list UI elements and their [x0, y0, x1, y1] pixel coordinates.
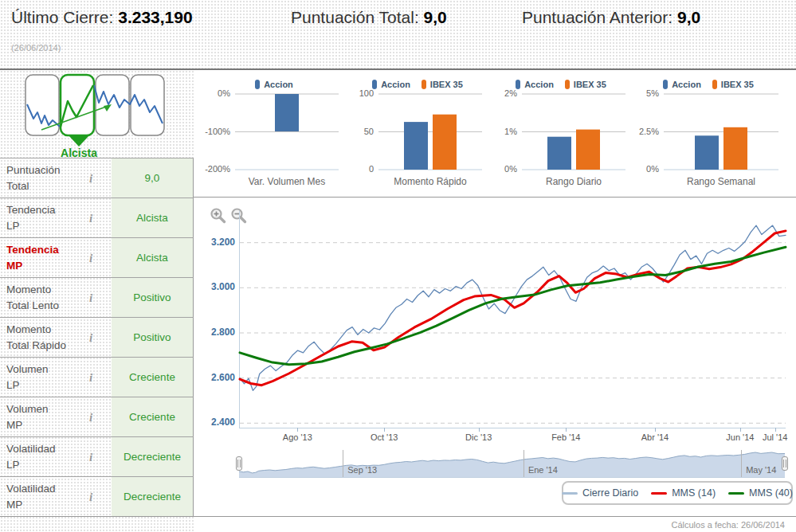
legend-marker: [712, 80, 717, 89]
bar-ibex-35[interactable]: [433, 115, 457, 170]
indicator-value: Creciente: [112, 358, 194, 397]
row-volumen-mp: VolumenMP i Creciente: [0, 397, 194, 436]
trend-cell-1: [25, 75, 59, 135]
indicator-value: Decreciente: [112, 437, 194, 476]
info-icon[interactable]: i: [89, 251, 92, 264]
axis-tick-label: 0%: [632, 164, 659, 174]
legend-item-mms-14[interactable]: MMS (14): [651, 487, 716, 499]
legend-label: Accion: [381, 80, 410, 89]
indicator-table: PuntuaciónTotal i 9,0 TendenciaLP i Alci…: [0, 158, 194, 516]
indicator-value: Alcista: [112, 238, 194, 277]
legend-item[interactable]: Accion: [255, 80, 293, 89]
sidebar: Alcista PuntuaciónTotal i 9,0 TendenciaL…: [0, 70, 194, 532]
mini-chart-momento-rapido: AccionIBEX 35100500Momento Rápido: [347, 70, 488, 191]
zoom-in-button[interactable]: [210, 207, 227, 225]
info-icon[interactable]: i: [89, 370, 92, 384]
legend-item[interactable]: IBEX 35: [712, 80, 754, 89]
legend-item-cierre-diario[interactable]: Cierre Diario: [562, 487, 638, 499]
range-navigator[interactable]: Sep '13Ene '14May '14: [239, 450, 785, 478]
legend-marker: [663, 80, 668, 89]
trend-label: Alcista: [61, 147, 97, 158]
series-cierre-diario[interactable]: [240, 225, 786, 390]
trend-pointer: [69, 135, 89, 147]
y-axis-label: 2.600: [195, 372, 235, 383]
info-icon[interactable]: i: [89, 171, 92, 185]
bar-accion[interactable]: [547, 137, 571, 170]
axis-tick-label: 5%: [632, 88, 659, 98]
y-axis-label: 3.000: [195, 281, 235, 292]
last-close-label: Último Cierre:: [11, 8, 113, 26]
x-axis-label: Jun '14: [726, 432, 754, 442]
info-icon[interactable]: i: [89, 490, 92, 503]
x-axis-tick: [566, 428, 567, 432]
navigator-gridline: [523, 450, 524, 477]
info-icon[interactable]: i: [89, 291, 92, 304]
x-axis-label: Ago '13: [283, 432, 312, 442]
x-axis-tick: [479, 428, 480, 432]
mini-chart-plot: 100500: [347, 94, 488, 170]
info-icon[interactable]: i: [89, 211, 92, 225]
indicator-value: Positivo: [112, 278, 194, 317]
row-volatilidad-lp: VolatilidadLP i Decreciente: [0, 436, 194, 476]
navigator-left-handle[interactable]: [236, 456, 242, 471]
bar-accion[interactable]: [275, 94, 299, 131]
axis-tick-label: 50: [347, 127, 374, 136]
legend-item[interactable]: Accion: [372, 80, 410, 89]
navigator-right-handle[interactable]: [782, 456, 788, 471]
legend-label: IBEX 35: [574, 80, 606, 89]
info-icon[interactable]: i: [89, 331, 92, 344]
x-axis-tick: [297, 428, 298, 432]
legend-item[interactable]: IBEX 35: [565, 80, 606, 89]
legend-marker: [255, 80, 260, 89]
row-label: VolumenMP: [6, 401, 49, 433]
info-icon[interactable]: i: [89, 450, 92, 464]
last-close: Último Cierre: 3.233,190: [11, 8, 193, 27]
indicator-value: Creciente: [112, 397, 194, 436]
bar-accion[interactable]: [404, 122, 428, 170]
mini-chart-title: Momento Rápido: [378, 176, 482, 187]
legend-item-mms-40[interactable]: MMS (40): [728, 487, 793, 499]
row-momento-total-lento: MomentoTotal Lento i Positivo: [0, 277, 194, 317]
bar-ibex-35[interactable]: [723, 127, 747, 170]
mini-chart-var-volumen-mes: Accion0%-100%-200%Var. Volumen Mes: [203, 70, 345, 191]
bar-accion[interactable]: [695, 135, 719, 170]
navigator-area[interactable]: [239, 452, 785, 477]
legend-marker: [422, 80, 426, 89]
score-previous-label: Puntuación Anterior:: [522, 8, 672, 26]
legend-line-swatch: [562, 492, 578, 495]
price-plot-area[interactable]: [239, 211, 786, 428]
navigator-gridline: [741, 450, 742, 477]
navigator-label: May '14: [746, 465, 776, 475]
legend-item[interactable]: Accion: [663, 80, 701, 89]
row-label: PuntuaciónTotal: [6, 162, 61, 194]
calculation-date: Cálculos a fecha: 26/06/2014: [672, 520, 786, 530]
indicator-value: Alcista: [112, 198, 194, 237]
axis-tick-label: 2.5%: [632, 127, 659, 136]
axis-tick-label: 0: [347, 164, 374, 174]
score-previous-value: 9,0: [677, 8, 700, 26]
row-momento-total-rapido: MomentoTotal Rápido i Positivo: [0, 317, 194, 357]
score-total-label: Puntuación Total:: [291, 8, 419, 26]
navigator-label: Ene '14: [528, 465, 558, 475]
trend-cell-3: [96, 75, 129, 135]
legend-item[interactable]: Accion: [516, 80, 554, 89]
y-axis-label: 3.200: [195, 237, 235, 248]
header: Último Cierre: 3.233,190 Puntuación Tota…: [0, 0, 796, 70]
y-axis-label: 2.800: [195, 327, 235, 338]
legend-item[interactable]: IBEX 35: [422, 80, 463, 89]
main-chart-legend: Cierre Diario MMS (14) MMS (40): [562, 481, 793, 505]
x-axis-label: Oct '13: [371, 432, 398, 442]
legend-label: IBEX 35: [721, 80, 754, 89]
row-label: MomentoTotal Lento: [6, 281, 59, 314]
row-label: VolatilidadMP: [6, 480, 56, 513]
mini-chart-plot: 0%-100%-200%: [203, 94, 345, 170]
mini-chart-rango-diario: AccionIBEX 352%1%0%Rango Diario: [490, 70, 632, 191]
last-close-value: 3.233,190: [118, 8, 192, 26]
axis-tick-label: 1%: [490, 127, 517, 136]
axis-tick-label: 0%: [490, 164, 517, 174]
row-label: VolatilidadLP: [6, 440, 56, 473]
row-tendencia-lp: TendenciaLP i Alcista: [0, 198, 194, 237]
info-icon[interactable]: i: [89, 410, 92, 424]
row-volumen-lp: VolumenLP i Creciente: [0, 357, 194, 397]
bar-ibex-35[interactable]: [576, 130, 600, 170]
